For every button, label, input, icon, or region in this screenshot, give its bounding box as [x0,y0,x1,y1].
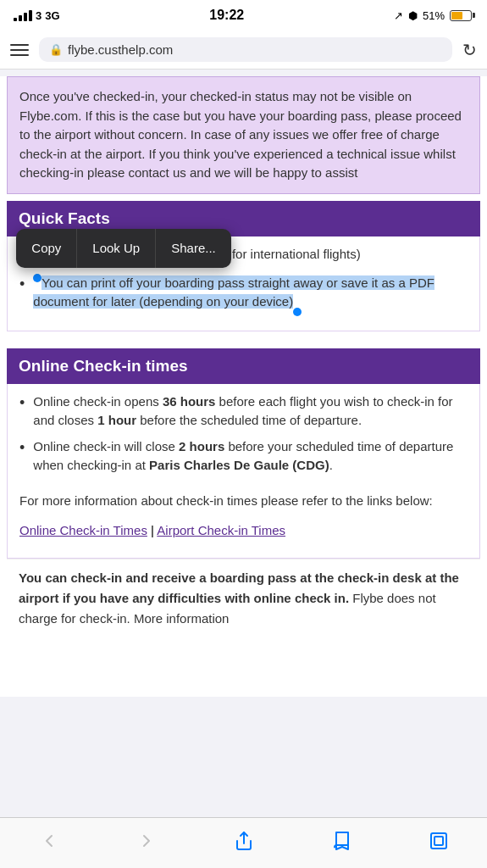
lookup-menu-item[interactable]: Look Up [77,229,156,269]
reload-button[interactable]: ↻ [462,40,477,60]
carrier-label: 3 [36,9,42,22]
checkin-bullet-2-text: Online check-in will close 2 hours befor… [33,437,468,476]
hours-36: 36 hours [163,394,216,409]
hours-2: 2 hours [179,439,224,453]
signal-bar-2 [19,15,22,21]
network-label: 3G [45,9,59,22]
page-content: Once you've checked-in, your checked-in … [0,76,487,697]
status-right: ↗ ⬢ 51% [394,9,473,22]
checkin-bullet-1-text: Online check-in opens 36 hours before ea… [33,392,468,431]
online-checkin-link[interactable]: Online Check-in Times [19,523,147,537]
checkin-times-header: Online Check-in times [7,348,480,384]
bottom-section: You can check-in and receive a boarding … [7,559,480,637]
bluetooth-icon: ⬢ [408,9,418,22]
signal-bar-4 [29,10,32,21]
notice-box: Once you've checked-in, your checked-in … [7,76,480,194]
quick-facts-list: You will need your passport details for … [19,245,468,312]
signal-bar-3 [24,13,27,21]
menu-line-3 [10,54,29,56]
paris-cdg: Paris Charles De Gaule (CDG) [149,458,329,472]
selection-handle-bottom [293,308,302,316]
quick-facts-title: Quick Facts [19,209,468,228]
lock-icon: 🔒 [49,43,63,56]
quick-facts-item-2: Copy Look Up Share... You can print off … [19,274,468,312]
status-left: 3 3G [14,9,60,22]
time-display: 19:22 [209,8,244,23]
hours-1: 1 hour [97,413,136,427]
checkin-times-title: Online Check-in times [19,357,468,376]
menu-line-1 [10,44,29,46]
status-bar: 3 3G 19:22 ↗ ⬢ 51% [0,0,487,31]
airport-checkin-link[interactable]: Airport Check-in Times [157,523,285,537]
links-line: Online Check-in Times | Airport Check-in… [19,520,468,546]
battery-indicator [450,10,473,21]
location-icon: ↗ [394,9,403,22]
checkin-times-content: Online check-in opens 36 hours before ea… [7,384,480,559]
battery-body [450,10,472,21]
menu-line-2 [10,49,29,51]
checkin-bullet-2: Online check-in will close 2 hours befor… [19,437,468,476]
battery-fill [451,12,462,19]
section-gap [0,331,487,342]
checkin-times-section: Online Check-in times Online check-in op… [0,348,487,559]
browser-toolbar: 🔒 flybe.custhelp.com ↻ [0,31,487,69]
menu-button[interactable] [10,44,29,56]
url-text: flybe.custhelp.com [68,42,173,57]
more-info-label: For more information about check-in time… [19,493,433,508]
selected-text: You can print off your boarding pass str… [33,275,434,309]
signal-bar-1 [14,18,17,21]
address-bar[interactable]: 🔒 flybe.custhelp.com [39,37,452,62]
selection-handle-top [33,274,42,282]
quick-facts-content: You will need your passport details for … [7,236,480,331]
signal-bars [14,10,32,21]
checkin-times-list: Online check-in opens 36 hours before ea… [19,392,468,476]
checkin-bullet-1: Online check-in opens 36 hours before ea… [19,392,468,431]
more-info-text: For more information about check-in time… [19,482,468,520]
notice-text: Once you've checked-in, your checked-in … [19,89,462,180]
browser-chrome: 🔒 flybe.custhelp.com ↻ [0,31,487,70]
quick-facts-item-2-content: Copy Look Up Share... You can print off … [33,274,468,312]
battery-percentage: 51% [423,9,445,22]
copy-menu-item[interactable]: Copy [16,229,77,269]
quick-facts-section: Quick Facts You will need your passport … [0,201,487,331]
context-menu[interactable]: Copy Look Up Share... [16,229,230,269]
share-menu-item[interactable]: Share... [156,229,231,269]
